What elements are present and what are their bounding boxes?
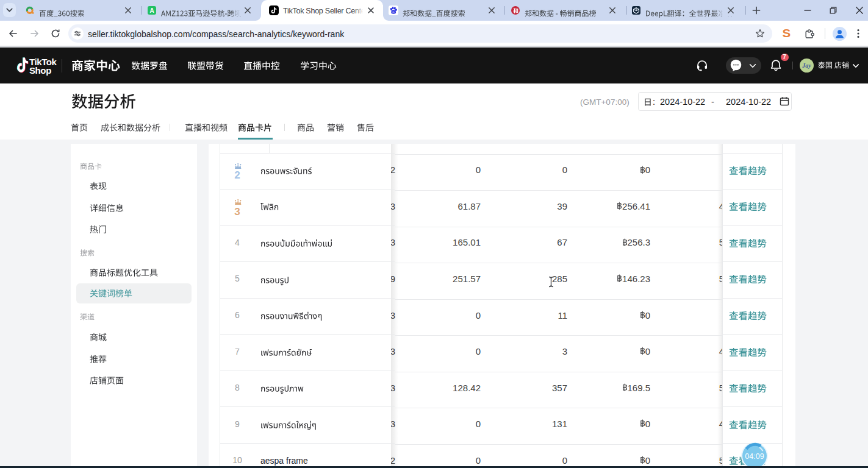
svg-text:du: du bbox=[392, 11, 395, 14]
svg-text:Jay: Jay bbox=[802, 62, 811, 69]
svg-text:04:09: 04:09 bbox=[745, 452, 764, 461]
svg-text:A: A bbox=[149, 7, 154, 14]
